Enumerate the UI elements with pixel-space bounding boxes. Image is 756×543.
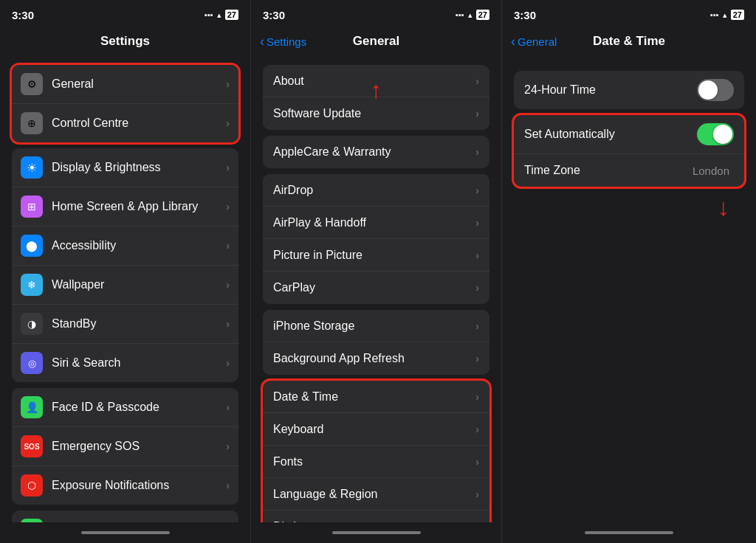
status-icons-2: ▪▪▪ ▴ 27 [456, 10, 489, 20]
nav-bar-2: ‹ Settings General [251, 27, 501, 59]
chevron-datetime: › [475, 391, 479, 403]
nav-bar-3: ‹ General Date & Time [502, 27, 756, 59]
section-group-security: 👤 Face ID & Passcode › SOS Emergency SOS… [12, 388, 238, 505]
home-bar-1 [81, 531, 170, 534]
label-langregion: Language & Region [273, 488, 475, 501]
row-standby[interactable]: ◑ StandBy › [12, 305, 238, 344]
nav-title-3: Date & Time [593, 34, 665, 49]
nav-bar-1: Settings [0, 27, 250, 59]
nav-back-label-2: Settings [267, 35, 306, 48]
chevron-airplay: › [475, 217, 479, 229]
row-label-sos: Emergency SOS [52, 440, 226, 453]
panel-settings: 3:30 ▪▪▪ ▴ 27 Settings ⚙ General › ⊕ Con… [0, 0, 251, 543]
row-fonts[interactable]: Fonts › [263, 446, 489, 478]
group-datetime: Date & Time › Keyboard › Fonts › Languag… [263, 381, 489, 522]
settings-list-3: 24-Hour Time Set Automatically Time Zone… [502, 59, 756, 522]
chevron-wallpaper: › [226, 279, 230, 291]
label-bgrefresh: Background App Refresh [273, 352, 475, 365]
signal-icon-1: ▪▪▪ [205, 10, 213, 19]
row-sos[interactable]: SOS Emergency SOS › [12, 427, 238, 466]
label-datetime: Date & Time [273, 390, 475, 404]
group-storage: iPhone Storage › Background App Refresh … [263, 310, 489, 375]
row-accessibility[interactable]: ⬤ Accessibility › [12, 226, 238, 266]
label-keyboard: Keyboard [273, 423, 475, 436]
row-controlcentre[interactable]: ⊕ Control Centre › [12, 104, 238, 142]
row-battery[interactable]: 🔋 Battery › [12, 511, 238, 522]
nav-back-3[interactable]: ‹ General [511, 35, 557, 48]
row-label-exposure: Exposure Notifications [52, 479, 226, 492]
row-timezone[interactable]: Time Zone London [514, 154, 744, 187]
chevron-carplay: › [475, 282, 479, 294]
toggle-24hour[interactable] [697, 79, 734, 101]
row-bgrefresh[interactable]: Background App Refresh › [263, 342, 489, 375]
chevron-about: › [475, 75, 479, 87]
status-time-1: 3:30 [12, 9, 34, 21]
row-datetime[interactable]: Date & Time › [263, 381, 489, 413]
chevron-standby: › [226, 318, 230, 330]
row-wallpaper[interactable]: ❄ Wallpaper › [12, 266, 238, 305]
toggle-thumb-setauto [713, 125, 732, 144]
settings-list-1: ⚙ General › ⊕ Control Centre › ☀ Display… [0, 59, 250, 522]
signal-icon-2: ▪▪▪ [456, 10, 464, 19]
row-carplay[interactable]: CarPlay › [263, 272, 489, 304]
status-icons-1: ▪▪▪ ▴ 27 [205, 10, 238, 20]
chevron-controlcentre: › [226, 117, 230, 129]
label-dictionary: Dictionary [273, 520, 475, 522]
wifi-icon-1: ▴ [217, 10, 221, 20]
row-display[interactable]: ☀ Display & Brightness › [12, 148, 238, 187]
chevron-storage: › [475, 320, 479, 332]
row-label-homescreen: Home Screen & App Library [52, 200, 226, 213]
row-airplay[interactable]: AirPlay & Handoff › [263, 207, 489, 239]
chevron-general: › [226, 78, 230, 90]
row-setauto[interactable]: Set Automatically [514, 115, 744, 154]
section-group-battery: 🔋 Battery › ✋ Privacy & Security › [12, 511, 238, 522]
section-group-general: ⚙ General › ⊕ Control Centre › [12, 65, 238, 142]
chevron-bgrefresh: › [475, 353, 479, 364]
nav-title-2: General [353, 34, 399, 49]
chevron-siri: › [226, 357, 230, 369]
chevron-dictionary: › [475, 521, 479, 522]
row-dictionary[interactable]: Dictionary › [263, 511, 489, 522]
label-applecare: AppleCare & Warranty [273, 145, 475, 159]
row-24hour[interactable]: 24-Hour Time [514, 71, 744, 109]
row-pip[interactable]: Picture in Picture › [263, 239, 489, 272]
wallpaper-icon: ❄ [21, 274, 43, 296]
status-bar-1: 3:30 ▪▪▪ ▴ 27 [0, 0, 250, 27]
panel-datetime: 3:30 ▪▪▪ ▴ 27 ‹ General Date & Time 24-H… [502, 0, 756, 543]
chevron-display: › [226, 162, 230, 173]
nav-back-label-3: General [518, 35, 557, 48]
row-label-accessibility: Accessibility [52, 239, 226, 252]
chevron-exposure: › [226, 480, 230, 491]
wifi-icon-2: ▴ [468, 10, 472, 20]
home-indicator-2 [251, 522, 501, 543]
row-exposure[interactable]: ⬡ Exposure Notifications › [12, 466, 238, 505]
row-label-siri: Siri & Search [52, 356, 226, 370]
home-indicator-3 [502, 522, 756, 543]
row-applecare[interactable]: AppleCare & Warranty › [263, 136, 489, 168]
status-icons-3: ▪▪▪ ▴ 27 [710, 10, 744, 20]
home-bar-3 [585, 531, 673, 534]
chevron-airdrop: › [475, 184, 479, 196]
arrow-software-update: ↑ [371, 77, 382, 104]
row-faceid[interactable]: 👤 Face ID & Passcode › [12, 388, 238, 427]
exposure-icon: ⬡ [21, 474, 43, 497]
arrow-timezone: ↓ [718, 194, 729, 221]
label-timezone: Time Zone [524, 164, 693, 177]
row-keyboard[interactable]: Keyboard › [263, 413, 489, 446]
chevron-keyboard: › [475, 423, 479, 435]
label-pip: Picture in Picture [273, 249, 475, 262]
row-general[interactable]: ⚙ General › [12, 65, 238, 104]
settings-list-2: About › Software Update › ↑ AppleCare & … [251, 59, 501, 522]
toggle-setauto[interactable] [697, 123, 734, 145]
row-homescreen[interactable]: ⊞ Home Screen & App Library › [12, 187, 238, 226]
row-langregion[interactable]: Language & Region › [263, 478, 489, 511]
faceid-icon: 👤 [21, 396, 43, 418]
nav-back-2[interactable]: ‹ Settings [260, 35, 306, 48]
panel-general: 3:30 ▪▪▪ ▴ 27 ‹ Settings General About ›… [251, 0, 502, 543]
row-label-general: General [52, 77, 226, 91]
row-storage[interactable]: iPhone Storage › [263, 310, 489, 342]
row-label-standby: StandBy [52, 317, 226, 331]
row-siri[interactable]: ◎ Siri & Search › [12, 344, 238, 382]
row-airdrop[interactable]: AirDrop › [263, 174, 489, 207]
homescreen-icon: ⊞ [21, 196, 43, 218]
